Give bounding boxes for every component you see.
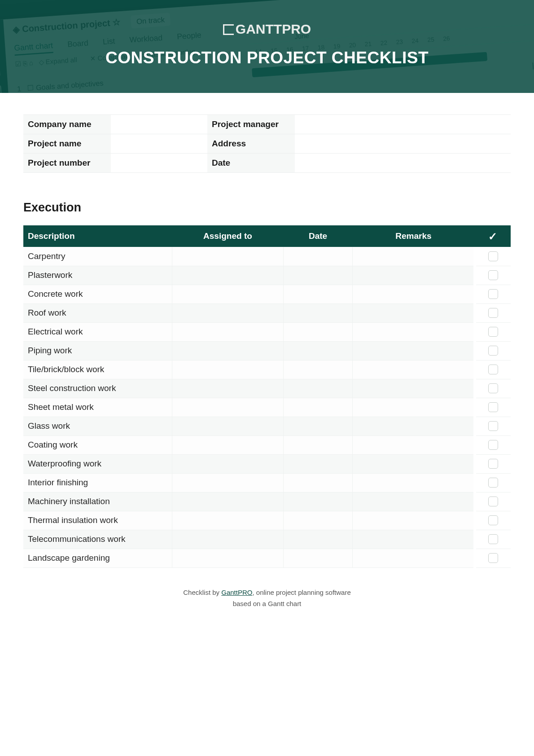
cell-assigned-input[interactable] bbox=[172, 417, 283, 435]
cell-assigned-input[interactable] bbox=[172, 266, 283, 285]
cell-assigned-input[interactable] bbox=[172, 360, 283, 379]
checkbox[interactable] bbox=[488, 365, 498, 374]
info-row: Project numberDate bbox=[23, 154, 511, 173]
cell-remarks-input[interactable] bbox=[352, 473, 474, 492]
cell-remarks-input[interactable] bbox=[352, 398, 474, 417]
checkbox[interactable] bbox=[488, 270, 498, 280]
cell-remarks-input[interactable] bbox=[352, 549, 474, 567]
cell-date-input[interactable] bbox=[284, 341, 353, 360]
execution-checklist-table: Description Assigned to Date Remarks ✓ C… bbox=[23, 225, 511, 568]
checklist-row: Telecommunications work bbox=[23, 530, 511, 549]
cell-description: Carpentry bbox=[23, 247, 172, 266]
checkbox[interactable] bbox=[488, 497, 498, 506]
checklist-row: Plasterwork bbox=[23, 266, 511, 285]
info-label: Date bbox=[207, 154, 295, 173]
cell-assigned-input[interactable] bbox=[172, 473, 283, 492]
checklist-row: Tile/brick/block work bbox=[23, 360, 511, 379]
cell-date-input[interactable] bbox=[284, 511, 353, 530]
cell-date-input[interactable] bbox=[284, 473, 353, 492]
column-header-description: Description bbox=[23, 225, 172, 247]
cell-remarks-input[interactable] bbox=[352, 511, 474, 530]
cell-remarks-input[interactable] bbox=[352, 285, 474, 303]
cell-remarks-input[interactable] bbox=[352, 492, 474, 511]
cell-remarks-input[interactable] bbox=[352, 360, 474, 379]
cell-remarks-input[interactable] bbox=[352, 435, 474, 454]
cell-date-input[interactable] bbox=[284, 549, 353, 567]
page-title: CONSTRUCTION PROJECT CHECKLIST bbox=[0, 48, 534, 67]
checkbox[interactable] bbox=[488, 534, 498, 544]
cell-remarks-input[interactable] bbox=[352, 454, 474, 473]
checkbox[interactable] bbox=[488, 327, 498, 337]
section-title-execution: Execution bbox=[23, 201, 511, 215]
info-value-input[interactable] bbox=[111, 134, 207, 154]
cell-date-input[interactable] bbox=[284, 379, 353, 398]
cell-date-input[interactable] bbox=[284, 285, 353, 303]
checklist-row: Machinery installation bbox=[23, 492, 511, 511]
checkbox[interactable] bbox=[488, 553, 498, 563]
info-value-input[interactable] bbox=[295, 134, 511, 154]
info-value-input[interactable] bbox=[295, 115, 511, 134]
cell-assigned-input[interactable] bbox=[172, 511, 283, 530]
ganttpro-logo: GANTTPRO bbox=[223, 22, 311, 37]
cell-date-input[interactable] bbox=[284, 266, 353, 285]
checklist-row: Electrical work bbox=[23, 322, 511, 341]
cell-assigned-input[interactable] bbox=[172, 341, 283, 360]
cell-date-input[interactable] bbox=[284, 492, 353, 511]
cell-assigned-input[interactable] bbox=[172, 454, 283, 473]
cell-date-input[interactable] bbox=[284, 398, 353, 417]
cell-assigned-input[interactable] bbox=[172, 492, 283, 511]
cell-date-input[interactable] bbox=[284, 454, 353, 473]
cell-date-input[interactable] bbox=[284, 435, 353, 454]
cell-date-input[interactable] bbox=[284, 360, 353, 379]
info-value-input[interactable] bbox=[111, 115, 207, 134]
checkbox[interactable] bbox=[488, 515, 498, 525]
checkbox[interactable] bbox=[488, 308, 498, 318]
checklist-row: Glass work bbox=[23, 417, 511, 435]
cell-date-input[interactable] bbox=[284, 322, 353, 341]
cell-remarks-input[interactable] bbox=[352, 303, 474, 322]
cell-date-input[interactable] bbox=[284, 303, 353, 322]
info-row: Company nameProject manager bbox=[23, 115, 511, 134]
checkbox[interactable] bbox=[488, 421, 498, 431]
cell-remarks-input[interactable] bbox=[352, 417, 474, 435]
cell-description: Steel construction work bbox=[23, 379, 172, 398]
checklist-row: Sheet metal work bbox=[23, 398, 511, 417]
cell-remarks-input[interactable] bbox=[352, 247, 474, 266]
checkbox[interactable] bbox=[488, 346, 498, 356]
cell-assigned-input[interactable] bbox=[172, 322, 283, 341]
cell-assigned-input[interactable] bbox=[172, 379, 283, 398]
cell-assigned-input[interactable] bbox=[172, 549, 283, 567]
cell-description: Interior finishing bbox=[23, 473, 172, 492]
cell-remarks-input[interactable] bbox=[352, 530, 474, 549]
cell-date-input[interactable] bbox=[284, 530, 353, 549]
cell-remarks-input[interactable] bbox=[352, 379, 474, 398]
cell-assigned-input[interactable] bbox=[172, 303, 283, 322]
checklist-row: Thermal insulation work bbox=[23, 511, 511, 530]
cell-description: Coating work bbox=[23, 435, 172, 454]
info-value-input[interactable] bbox=[111, 154, 207, 173]
checkbox[interactable] bbox=[488, 402, 498, 412]
checkbox[interactable] bbox=[488, 478, 498, 488]
checklist-row: Steel construction work bbox=[23, 379, 511, 398]
cell-description: Piping work bbox=[23, 341, 172, 360]
cell-date-input[interactable] bbox=[284, 417, 353, 435]
checkbox[interactable] bbox=[488, 289, 498, 299]
checkbox[interactable] bbox=[488, 440, 498, 450]
info-label: Company name bbox=[23, 115, 111, 134]
cell-date-input[interactable] bbox=[284, 247, 353, 266]
footer-link-ganttpro[interactable]: GanttPRO bbox=[221, 589, 252, 596]
cell-remarks-input[interactable] bbox=[352, 341, 474, 360]
cell-assigned-input[interactable] bbox=[172, 435, 283, 454]
cell-description: Electrical work bbox=[23, 322, 172, 341]
cell-remarks-input[interactable] bbox=[352, 322, 474, 341]
checkbox[interactable] bbox=[488, 383, 498, 393]
cell-assigned-input[interactable] bbox=[172, 530, 283, 549]
cell-assigned-input[interactable] bbox=[172, 398, 283, 417]
checkbox[interactable] bbox=[488, 251, 498, 261]
cell-assigned-input[interactable] bbox=[172, 285, 283, 303]
checkbox[interactable] bbox=[488, 459, 498, 469]
cell-remarks-input[interactable] bbox=[352, 266, 474, 285]
cell-assigned-input[interactable] bbox=[172, 247, 283, 266]
info-value-input[interactable] bbox=[295, 154, 511, 173]
cell-description: Machinery installation bbox=[23, 492, 172, 511]
